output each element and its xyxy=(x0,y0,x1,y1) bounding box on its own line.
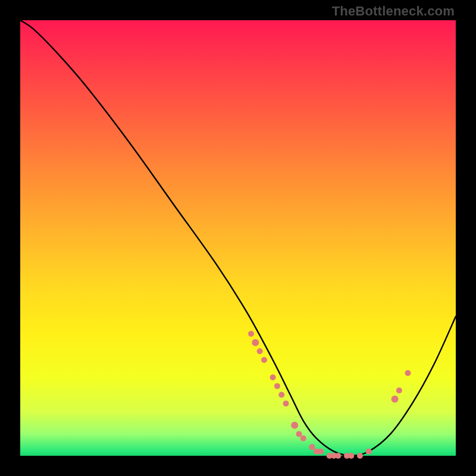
curve-marker xyxy=(366,449,372,455)
curve-marker xyxy=(283,400,289,406)
curve-marker xyxy=(296,431,302,437)
curve-marker xyxy=(357,453,363,459)
curve-markers xyxy=(248,331,411,459)
curve-marker xyxy=(309,444,315,450)
curve-layer xyxy=(20,20,456,456)
watermark-text: TheBottleneck.com xyxy=(332,4,455,19)
curve-marker xyxy=(261,357,267,363)
chart-frame: TheBottleneck.com xyxy=(0,0,476,476)
curve-marker xyxy=(278,392,284,398)
curve-marker xyxy=(252,339,259,346)
curve-marker xyxy=(405,370,411,376)
curve-marker xyxy=(335,453,341,459)
curve-marker xyxy=(257,348,263,354)
curve-marker xyxy=(318,449,324,455)
curve-marker xyxy=(248,331,254,337)
plot-area xyxy=(20,20,456,456)
curve-marker xyxy=(270,374,276,380)
curve-marker xyxy=(291,422,298,429)
curve-marker xyxy=(396,387,402,393)
curve-marker xyxy=(348,453,354,459)
curve-marker xyxy=(274,383,280,389)
bottleneck-curve xyxy=(20,20,456,456)
curve-marker xyxy=(300,436,306,441)
curve-marker xyxy=(392,396,399,403)
